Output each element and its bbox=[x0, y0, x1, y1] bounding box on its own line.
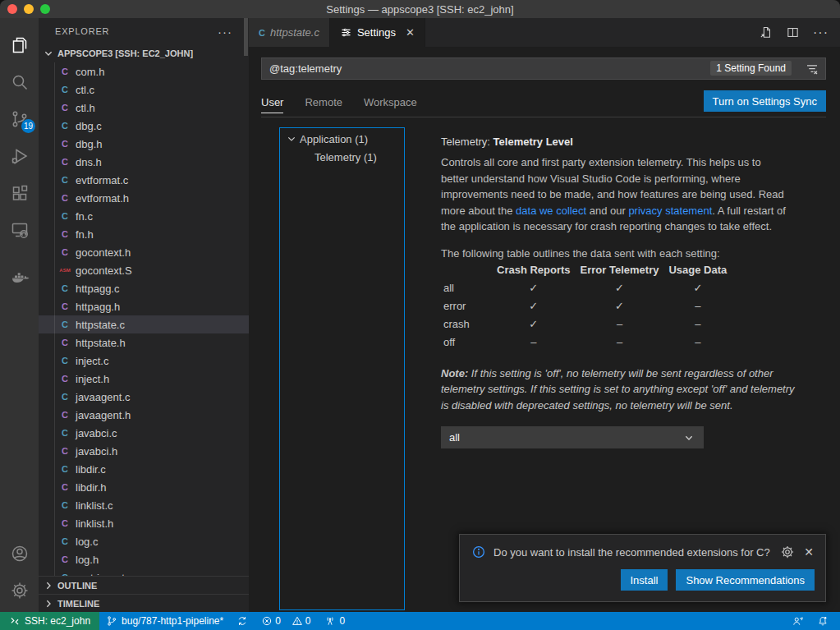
settings-toc-tree: Application (1) Telemetry (1) bbox=[279, 127, 405, 610]
gear-icon bbox=[10, 581, 30, 600]
file-item[interactable]: Chttpagg.h bbox=[39, 297, 249, 315]
sync-icon bbox=[236, 615, 248, 627]
file-item[interactable]: Cctl.c bbox=[39, 80, 249, 99]
table-header-row: Crash ReportsError TelemetryUsage Data bbox=[441, 261, 732, 279]
timeline-section-header[interactable]: TIMELINE bbox=[39, 594, 249, 612]
close-tab-icon[interactable]: ✕ bbox=[406, 26, 415, 39]
file-item[interactable]: Ccom.h bbox=[39, 62, 249, 80]
data-we-collect-link[interactable]: data we collect bbox=[516, 205, 586, 217]
close-window-button[interactable] bbox=[7, 4, 17, 14]
outline-section-label: OUTLINE bbox=[57, 581, 97, 591]
feedback-button[interactable] bbox=[786, 612, 810, 630]
activity-settings-button[interactable] bbox=[0, 572, 39, 609]
branch-indicator[interactable]: bug/787-http1-pipeline* bbox=[99, 612, 230, 630]
file-item[interactable]: Clog.h bbox=[39, 550, 249, 568]
file-item[interactable]: Clog.c bbox=[39, 532, 249, 550]
notification-settings-button[interactable] bbox=[780, 545, 795, 559]
split-editor-icon[interactable] bbox=[786, 25, 800, 39]
activity-explorer-button[interactable] bbox=[0, 26, 39, 63]
privacy-statement-link[interactable]: privacy statement bbox=[628, 205, 712, 217]
problems-indicator[interactable]: 0 0 bbox=[255, 612, 317, 630]
file-item[interactable]: Cinject.h bbox=[39, 370, 249, 388]
scope-tab-workspace[interactable]: Workspace bbox=[364, 91, 417, 117]
file-item[interactable]: Cevtformat.c bbox=[39, 171, 249, 189]
activity-account-button[interactable] bbox=[0, 535, 39, 572]
file-name: log.c bbox=[76, 536, 98, 548]
remote-indicator[interactable]: SSH: ec2_john bbox=[0, 612, 99, 630]
file-item[interactable]: Chttpstate.h bbox=[39, 333, 249, 352]
explorer-more-actions-button[interactable]: ··· bbox=[218, 25, 232, 39]
turn-on-settings-sync-button[interactable]: Turn on Settings Sync bbox=[704, 90, 826, 112]
file-name: gocontext.S bbox=[76, 264, 132, 277]
editor-more-actions-icon[interactable]: ··· bbox=[813, 25, 829, 40]
file-item[interactable]: Cdns.h bbox=[39, 153, 249, 171]
ports-indicator[interactable]: 0 bbox=[318, 612, 352, 630]
window-title: Settings — appscope3 [SSH: ec2_john] bbox=[326, 3, 513, 16]
file-name: inject.c bbox=[76, 355, 108, 367]
c-header-file-icon: C bbox=[58, 301, 71, 311]
file-item[interactable]: Cctl.h bbox=[39, 99, 249, 117]
toc-item-telemetry[interactable]: Telemetry (1) bbox=[280, 148, 404, 166]
branch-label: bug/787-http1-pipeline* bbox=[122, 615, 223, 627]
file-item[interactable]: Chttpagg.c bbox=[39, 279, 249, 297]
scope-tab-user[interactable]: User bbox=[261, 91, 283, 117]
tab-httpstate[interactable]: C httpstate.c bbox=[249, 18, 330, 47]
toc-label: Application (1) bbox=[300, 133, 368, 145]
telemetry-level-select[interactable]: all bbox=[441, 426, 704, 448]
workspace-section-header[interactable]: APPSCOPE3 [SSH: EC2_JOHN] bbox=[39, 44, 249, 62]
file-item[interactable]: Cgocontext.h bbox=[39, 243, 249, 261]
error-icon bbox=[261, 615, 273, 627]
outline-section-header[interactable]: OUTLINE bbox=[39, 576, 249, 594]
status-bar: SSH: ec2_john bug/787-http1-pipeline* 0 … bbox=[0, 612, 840, 630]
c-file-icon: C bbox=[58, 500, 71, 510]
files-icon bbox=[10, 35, 30, 55]
minimize-window-button[interactable] bbox=[24, 4, 34, 14]
table-row-label: crash bbox=[441, 315, 492, 333]
file-item[interactable]: Clibdir.h bbox=[39, 478, 249, 496]
notification-close-icon[interactable]: ✕ bbox=[802, 545, 815, 559]
c-header-file-icon: C bbox=[58, 229, 71, 239]
show-recommendations-button[interactable]: Show Recommendations bbox=[676, 569, 815, 591]
setting-name: Telemetry Level bbox=[493, 136, 573, 148]
activity-docker-button[interactable] bbox=[0, 259, 39, 296]
file-item[interactable]: Clibdir.c bbox=[39, 460, 249, 478]
activity-run-debug-button[interactable] bbox=[0, 137, 39, 174]
activity-search-button[interactable] bbox=[0, 63, 39, 100]
tab-settings[interactable]: Settings ✕ bbox=[330, 18, 425, 47]
activity-extensions-button[interactable] bbox=[0, 174, 39, 211]
c-file-icon: C bbox=[58, 85, 71, 94]
scope-tab-remote[interactable]: Remote bbox=[305, 91, 342, 117]
file-item[interactable]: Cjavabci.c bbox=[39, 424, 249, 442]
file-item[interactable]: Cjavabci.h bbox=[39, 442, 249, 460]
file-item[interactable]: Cinject.c bbox=[39, 352, 249, 370]
file-item[interactable]: ASMgocontext.S bbox=[39, 261, 249, 279]
setting-detail: Telemetry: Telemetry Level Controls all … bbox=[441, 127, 802, 448]
open-settings-json-icon[interactable] bbox=[759, 25, 773, 39]
install-button[interactable]: Install bbox=[621, 569, 668, 591]
file-item[interactable]: Cfn.c bbox=[39, 207, 249, 225]
file-item[interactable]: Cdbg.c bbox=[39, 117, 249, 135]
sidebar-scrollbar[interactable] bbox=[244, 18, 248, 56]
file-item[interactable]: Cfn.h bbox=[39, 225, 249, 243]
file-item[interactable]: Clinklist.h bbox=[39, 514, 249, 532]
file-item[interactable]: Cjavaagent.c bbox=[39, 388, 249, 406]
selected-value: all bbox=[449, 431, 460, 444]
clear-search-filter-button[interactable] bbox=[805, 62, 819, 76]
file-item[interactable]: Cevtformat.h bbox=[39, 189, 249, 207]
file-item[interactable]: Cjavaagent.h bbox=[39, 406, 249, 424]
file-item[interactable]: Chttpstate.c bbox=[39, 315, 249, 333]
file-name: httpagg.c bbox=[76, 283, 120, 295]
activity-source-control-button[interactable]: 19 bbox=[0, 100, 39, 137]
activity-remote-explorer-button[interactable] bbox=[0, 211, 39, 248]
maximize-window-button[interactable] bbox=[40, 4, 50, 14]
file-name: httpagg.h bbox=[76, 301, 120, 313]
tab-label: httpstate.c bbox=[270, 26, 319, 39]
sync-changes-button[interactable] bbox=[230, 612, 255, 630]
toc-item-application[interactable]: Application (1) bbox=[280, 130, 404, 148]
notifications-bell-button[interactable] bbox=[810, 612, 835, 630]
file-item[interactable]: Cmetriccapture.c bbox=[39, 568, 249, 576]
file-item[interactable]: Cdbg.h bbox=[39, 135, 249, 153]
file-item[interactable]: Clinklist.c bbox=[39, 496, 249, 514]
file-name: ctl.h bbox=[76, 102, 95, 114]
table-cell: ✓ bbox=[492, 315, 576, 333]
